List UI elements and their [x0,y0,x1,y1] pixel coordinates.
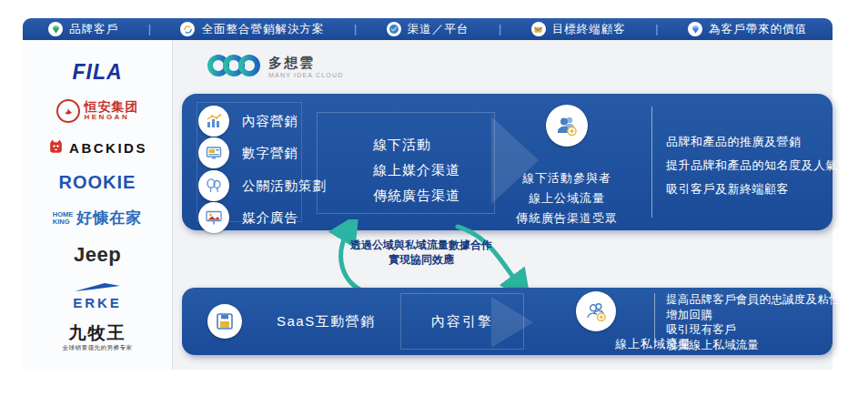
service-row-digital-marketing: 數字營銷 [198,137,298,168]
joeone-zh-label: 九牧王 [69,323,126,344]
service-label: 內容營銷 [242,113,298,130]
many-idea-cloud-logo: 多想雲 MANY IDEA CLOUD [207,51,343,84]
header-item-label: 全面整合營銷解決方案 [201,22,324,37]
abckids-logo: ABCKIDS [47,137,147,158]
service-label: 數字營銷 [242,145,298,162]
fila-logo: FILA [72,60,122,85]
header-item-target-customers: 目標終端顧客 [531,22,626,37]
cloud-loops-icon [207,51,260,84]
header-item-label: 渠道／平台 [408,22,469,37]
audience-item: 線上公域流量 [482,188,651,208]
value-item: 品牌和產品的推廣及營銷 [666,130,826,154]
homeking-logo: HOME KING 好慷在家 [53,208,143,228]
header-item-label: 為客戶帶來的價值 [709,22,807,37]
erke-logo: ERKE [73,281,122,310]
hengan-logo: 恒安集团 HENGAN [56,99,139,123]
header-bar: 品牌客戶 | 全面整合營銷解決方案 | 渠道／平台 | 目標終端顧客 | [23,18,833,40]
synergy-caption: 透過公域與私域流量數據合作 實現協同效應 [326,238,517,267]
header-divider: | [499,23,501,36]
monitor-icon [198,137,229,168]
header-item-channels-platforms: 渠道／平台 [387,22,469,37]
band-divider [654,293,655,350]
header-divider: | [148,23,151,36]
joeone-logo: 九牧王 全球销量领先的男裤专家 [63,323,133,351]
bottom-flow-band: SaaS互動營銷 內容引擎 線上私域流量 提高品牌客戶會員的忠誠度及粘性 增加回… [182,288,833,355]
service-label: 公關活動策劃 [242,178,327,195]
saas-disk-icon [207,304,242,339]
header-item-label: 品牌客戶 [69,22,118,37]
rookie-logo: ROOKIE [59,172,136,193]
header-item-customer-value: 為客戶帶來的價值 [688,22,807,37]
header-divider: | [354,23,357,36]
client-logos-sidebar: FILA 恒安集团 HENGAN ABCKIDS ROOKIE HOME KIN… [23,40,173,370]
synergy-line1: 透過公域與私域流量數據合作 [326,238,517,252]
synergy-line2: 實現協同效應 [326,252,517,267]
band-divider [651,107,652,218]
add-user-outline-icon [576,291,616,331]
hengan-zh-label: 恒安集团 [85,100,139,113]
channel-item: 線上媒介渠道 [373,157,460,183]
header-item-integrated-solution: 全面整合營銷解決方案 [180,22,324,37]
billboard-icon [198,202,229,233]
private-traffic-group: 線上私域流量 [539,288,653,355]
channel-item: 線下活動 [373,132,460,157]
header-item-brand-clients: 品牌客戶 [48,22,118,37]
homeking-en-line2: KING [53,218,74,226]
chart-icon [198,106,229,137]
jeep-logo: Jeep [74,243,121,267]
homeking-zh-label: 好慷在家 [76,208,142,228]
balloons-icon [198,170,229,201]
erke-label: ERKE [73,296,122,310]
header-item-label: 目標終端顧客 [552,22,626,37]
value-item: 增加回購 [666,308,830,323]
value-item: 吸引客戶及新終端顧客 [666,178,826,201]
service-label: 媒介廣告 [242,209,298,227]
abckids-label: ABCKIDS [69,140,147,156]
value-item: 提高品牌客戶會員的忠誠度及粘性 [666,292,830,308]
value-list-top: 品牌和產品的推廣及營銷 提升品牌和產品的知名度及人氣 吸引客戶及新終端顧客 [666,130,826,201]
cloud-zh-label: 多想雲 [268,56,343,71]
cycle-icon [180,22,195,36]
value-item: 提升品牌和產品的知名度及人氣 [666,154,826,178]
cloud-en-label: MANY IDEA CLOUD [268,72,343,79]
channels-list: 線下活動 線上媒介渠道 傳統廣告渠道 [373,132,460,208]
gem-blue-icon [688,22,702,36]
value-list-bottom: 提高品牌客戶會員的忠誠度及粘性 增加回購 吸引現有客戶 發掘線上私域流量 [666,292,830,352]
gem-green-icon [48,22,63,36]
value-item: 發掘線上私域流量 [666,338,830,353]
mail-icon [531,22,546,36]
audience-item: 線下活動參與者 [482,168,651,188]
check-circle-icon [387,22,401,36]
value-item: 吸引現有客戶 [666,322,830,338]
abckids-monster-icon [47,137,65,158]
service-row-media-ads: 媒介廣告 [198,202,298,233]
saas-label: SaaS互動營銷 [277,313,376,330]
service-row-content-marketing: 內容營銷 [198,106,298,137]
add-user-filled-icon [546,105,588,147]
hengan-emblem-icon [56,99,80,123]
erke-swoosh-icon [74,281,121,296]
hengan-en-label: HENGAN [85,114,139,121]
saas-service-row: SaaS互動營銷 [207,288,376,355]
joeone-caption: 全球销量领先的男裤专家 [63,344,133,351]
audience-group: 線下活動參與者 線上公域流量 傳統廣告渠道受眾 [482,94,651,230]
service-row-pr-events: 公關活動策劃 [198,170,327,201]
header-divider: | [655,23,658,36]
top-flow-band: 內容營銷 數字營銷 公關活動策劃 媒介廣告 線下活動 線上媒介渠道 傳統廣告渠道 [182,94,833,230]
channel-item: 傳統廣告渠道 [373,183,460,208]
marketing-solution-diagram: 品牌客戶 | 全面整合營銷解決方案 | 渠道／平台 | 目標終端顧客 | [0,0,868,396]
